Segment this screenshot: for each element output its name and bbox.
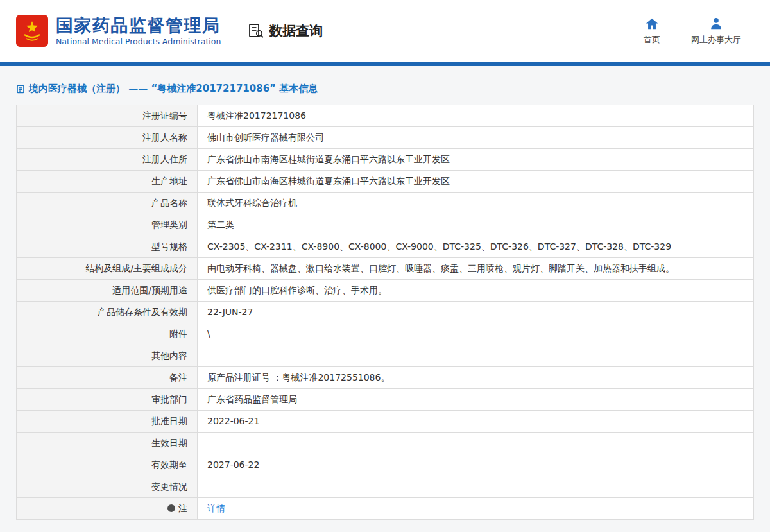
- table-row: 批准日期2022-06-21: [17, 411, 754, 433]
- field-value: 供医疗部门的口腔科作诊断、治疗、手术用。: [198, 280, 754, 302]
- field-label: 生效日期: [17, 433, 198, 454]
- table-row: 其他内容: [17, 345, 754, 367]
- table-row: 有效期至2027-06-22: [17, 454, 754, 476]
- note-circle-icon: [167, 504, 175, 512]
- table-row: 审批部门广东省药品监督管理局: [17, 389, 754, 411]
- data-query-title: 数据查询: [248, 22, 323, 40]
- table-row: 产品储存条件及有效期22-JUN-27: [17, 302, 754, 323]
- field-label: 其他内容: [17, 345, 198, 367]
- field-label: 备注: [17, 367, 198, 389]
- field-value: 粤械注准20172171086: [198, 105, 754, 127]
- table-row: 管理类别第二类: [17, 214, 754, 236]
- detail-link[interactable]: 详情: [207, 503, 225, 513]
- field-value: 由电动牙科椅、器械盘、漱口给水装置、口腔灯、吸唾器、痰盂、三用喷枪、观片灯、脚踏…: [198, 258, 754, 280]
- nav-home-label: 首页: [644, 34, 660, 46]
- registration-info-table: 注册证编号粤械注准20172171086注册人名称佛山市创昕医疗器械有限公司注册…: [16, 105, 754, 520]
- field-label: 审批部门: [17, 389, 198, 411]
- field-label: 变更情况: [17, 476, 198, 498]
- field-value: [198, 345, 754, 367]
- nmpa-emblem-logo[interactable]: [16, 15, 48, 47]
- table-row: 注册人住所广东省佛山市南海区桂城街道夏东涌口平六路以东工业开发区: [17, 149, 754, 171]
- field-value: 详情: [198, 498, 754, 520]
- field-value: [198, 476, 754, 498]
- table-row: 适用范围/预期用途供医疗部门的口腔科作诊断、治疗、手术用。: [17, 280, 754, 302]
- field-label: 管理类别: [17, 214, 198, 236]
- field-label: 产品名称: [17, 193, 198, 214]
- field-value: 联体式牙科综合治疗机: [198, 193, 754, 214]
- field-value: 第二类: [198, 214, 754, 236]
- field-label: 注: [17, 498, 198, 520]
- table-row: 变更情况: [17, 476, 754, 498]
- field-value: [198, 433, 754, 454]
- table-row: 型号规格CX-2305、CX-2311、CX-8900、CX-8000、CX-9…: [17, 236, 754, 258]
- page-title-text: 境内医疗器械（注册） —— “粤械注准20172171086” 基本信息: [29, 83, 318, 95]
- table-row: 注册证编号粤械注准20172171086: [17, 105, 754, 127]
- field-value: 广东省药品监督管理局: [198, 389, 754, 411]
- field-value: 2022-06-21: [198, 411, 754, 433]
- field-label: 批准日期: [17, 411, 198, 433]
- field-label: 产品储存条件及有效期: [17, 302, 198, 323]
- table-row: 附件\: [17, 323, 754, 345]
- nav-online-hall-label: 网上办事大厅: [691, 34, 741, 46]
- nav-online-hall[interactable]: 网上办事大厅: [691, 17, 741, 46]
- nav-home[interactable]: 首页: [644, 17, 660, 46]
- table-row: 生产地址广东省佛山市南海区桂城街道夏东涌口平六路以东工业开发区: [17, 171, 754, 193]
- field-label: 注册人住所: [17, 149, 198, 171]
- document-search-icon: [248, 22, 264, 39]
- field-value: 2027-06-22: [198, 454, 754, 476]
- field-value: 原产品注册证号 ：粤械注准20172551086。: [198, 367, 754, 389]
- field-label: 有效期至: [17, 454, 198, 476]
- table-row: 产品名称联体式牙科综合治疗机: [17, 193, 754, 214]
- brand: 国家药品监督管理局 National Medical Products Admi…: [16, 15, 221, 47]
- field-value: CX-2305、CX-2311、CX-8900、CX-8000、CX-9000、…: [198, 236, 754, 258]
- field-value: 广东省佛山市南海区桂城街道夏东涌口平六路以东工业开发区: [198, 171, 754, 193]
- site-header: 国家药品监督管理局 National Medical Products Admi…: [0, 0, 770, 62]
- page-title: 境内医疗器械（注册） —— “粤械注准20172171086” 基本信息: [16, 83, 754, 95]
- field-label: 结构及组成/主要组成成分: [17, 258, 198, 280]
- table-row: 注详情: [17, 498, 754, 520]
- user-icon: [709, 17, 723, 31]
- document-icon: [16, 85, 25, 94]
- table-row: 注册人名称佛山市创昕医疗器械有限公司: [17, 127, 754, 149]
- table-row: 备注原产品注册证号 ：粤械注准20172551086。: [17, 367, 754, 389]
- main-content: 境内医疗器械（注册） —— “粤械注准20172171086” 基本信息 注册证…: [0, 66, 770, 526]
- national-emblem-icon: [16, 15, 48, 47]
- field-label: 适用范围/预期用途: [17, 280, 198, 302]
- header-nav: 首页 网上办事大厅: [644, 17, 741, 46]
- field-label: 生产地址: [17, 171, 198, 193]
- field-value: 佛山市创昕医疗器械有限公司: [198, 127, 754, 149]
- field-label: 附件: [17, 323, 198, 345]
- org-name-cn: 国家药品监督管理局: [56, 15, 221, 35]
- field-label: 注册人名称: [17, 127, 198, 149]
- table-row: 结构及组成/主要组成成分由电动牙科椅、器械盘、漱口给水装置、口腔灯、吸唾器、痰盂…: [17, 258, 754, 280]
- data-query-label: 数据查询: [269, 22, 323, 40]
- org-name-en: National Medical Products Administration: [56, 37, 221, 46]
- home-icon: [645, 17, 659, 31]
- field-label: 型号规格: [17, 236, 198, 258]
- field-value: \: [198, 323, 754, 345]
- field-value: 广东省佛山市南海区桂城街道夏东涌口平六路以东工业开发区: [198, 149, 754, 171]
- org-names: 国家药品监督管理局 National Medical Products Admi…: [56, 15, 221, 46]
- table-row: 生效日期: [17, 433, 754, 454]
- header-divider-bar: [0, 62, 770, 66]
- field-label: 注册证编号: [17, 105, 198, 127]
- field-value: 22-JUN-27: [198, 302, 754, 323]
